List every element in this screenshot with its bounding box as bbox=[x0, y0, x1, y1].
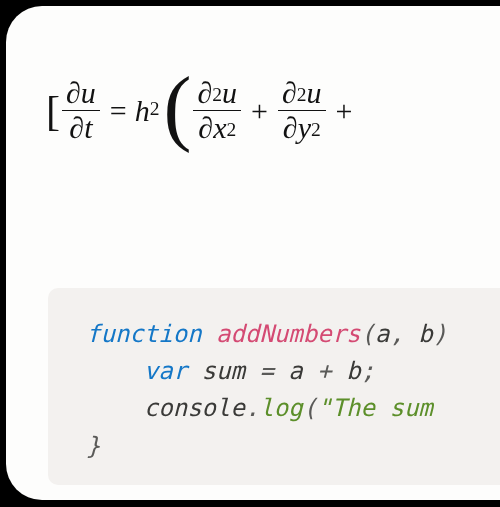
superscript-2: 2 bbox=[297, 85, 307, 105]
partial-symbol: ∂ bbox=[197, 78, 212, 108]
equals-operator: = bbox=[259, 357, 273, 385]
fraction-d2u-dy2: ∂2u ∂y2 bbox=[278, 76, 326, 145]
document-card: [ ∂u ∂t = h2 ( ∂2u ∂x2 + bbox=[6, 6, 500, 500]
fraction-du-dt: ∂u ∂t bbox=[62, 76, 100, 145]
partial-symbol: ∂ bbox=[66, 78, 81, 108]
var-u: u bbox=[307, 78, 322, 108]
plus-sign: + bbox=[328, 94, 361, 128]
string-literal-fragment: "The sum bbox=[317, 394, 447, 422]
dot-operator: . bbox=[245, 394, 259, 422]
brace-close-fragment: } bbox=[86, 432, 100, 460]
var-x: x bbox=[213, 113, 226, 143]
code-block: function addNumbers(a, b) var sum = a + … bbox=[48, 288, 500, 485]
superscript-2: 2 bbox=[150, 98, 160, 120]
param-a: a bbox=[375, 320, 389, 348]
ident-console: console bbox=[144, 394, 245, 422]
function-name: addNumbers bbox=[216, 320, 361, 348]
superscript-2: 2 bbox=[311, 120, 321, 140]
plus-sign: + bbox=[243, 94, 276, 128]
semicolon: ; bbox=[361, 357, 375, 385]
fraction-d2u-dx2: ∂2u ∂x2 bbox=[193, 76, 241, 145]
keyword-var: var bbox=[144, 357, 187, 385]
partial-symbol: ∂ bbox=[69, 113, 84, 143]
var-u: u bbox=[81, 78, 96, 108]
math-equation: [ ∂u ∂t = h2 ( ∂2u ∂x2 + bbox=[46, 76, 360, 145]
param-b: b bbox=[418, 320, 432, 348]
paren-open: ( bbox=[303, 394, 317, 422]
partial-symbol: ∂ bbox=[283, 113, 298, 143]
partial-symbol: ∂ bbox=[282, 78, 297, 108]
var-sum: sum bbox=[202, 357, 245, 385]
ident-a: a bbox=[288, 357, 302, 385]
paren-close-fragment: ) bbox=[433, 320, 447, 348]
equals-sign: = bbox=[102, 94, 135, 128]
var-t: t bbox=[84, 113, 92, 143]
keyword-function: function bbox=[86, 320, 202, 348]
ident-b: b bbox=[346, 357, 360, 385]
plus-operator: + bbox=[317, 357, 331, 385]
comma: , bbox=[389, 320, 403, 348]
partial-symbol: ∂ bbox=[198, 113, 213, 143]
left-bracket: [ bbox=[46, 87, 60, 135]
superscript-2: 2 bbox=[226, 120, 236, 140]
method-log: log bbox=[259, 394, 302, 422]
paren-open: ( bbox=[361, 320, 375, 348]
superscript-2: 2 bbox=[212, 85, 222, 105]
var-u: u bbox=[222, 78, 237, 108]
var-h: h bbox=[135, 94, 150, 128]
var-y: y bbox=[298, 113, 311, 143]
